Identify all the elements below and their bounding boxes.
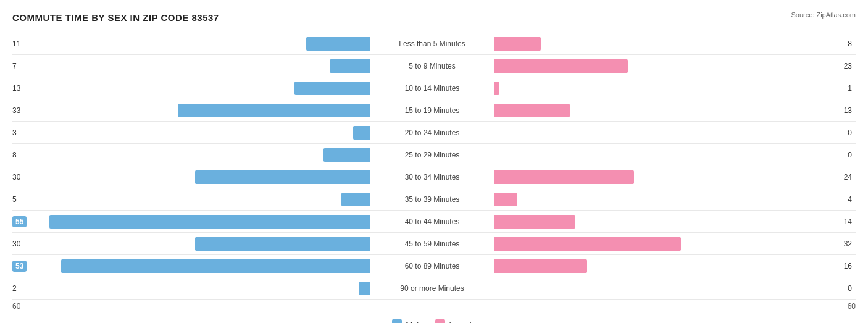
female-bar-wrap xyxy=(494,148,852,162)
row-label: 30 to 34 Minutes xyxy=(370,173,494,182)
bar-area: 3 20 to 24 Minutes 0 xyxy=(12,122,856,143)
female-value: 32 xyxy=(844,240,852,248)
female-bar-wrap xyxy=(494,170,852,184)
male-bar-wrap xyxy=(12,170,370,184)
table-row: 11 Less than 5 Minutes 8 xyxy=(12,33,856,55)
row-label: 35 to 39 Minutes xyxy=(370,195,494,204)
bar-area: 11 Less than 5 Minutes 8 xyxy=(12,33,856,54)
legend: Male Female xyxy=(12,319,856,323)
table-row: 13 10 to 14 Minutes 1 xyxy=(12,77,856,99)
male-bar-wrap xyxy=(12,104,370,117)
female-bar-wrap xyxy=(494,259,852,273)
female-bar-wrap xyxy=(494,215,852,229)
female-value: 4 xyxy=(848,195,852,204)
male-value: 30 xyxy=(12,240,20,248)
female-bar-wrap xyxy=(494,126,852,140)
chart-title: COMMUTE TIME BY SEX IN ZIP CODE 83537 xyxy=(12,12,856,23)
left-side: 55 xyxy=(12,214,370,230)
male-value: 8 xyxy=(12,151,17,159)
left-side: 30 xyxy=(12,236,370,252)
table-row: 33 15 to 19 Minutes 13 xyxy=(12,99,856,122)
table-row: 55 40 to 44 Minutes 14 xyxy=(12,211,856,233)
right-side: 1 xyxy=(494,80,852,96)
right-side: 32 xyxy=(494,236,852,252)
bar-area: 33 15 to 19 Minutes 13 xyxy=(12,99,856,121)
right-side: 0 xyxy=(494,147,852,163)
male-bar xyxy=(330,59,370,73)
female-value: 16 xyxy=(844,262,852,271)
axis-left: 60 xyxy=(12,302,49,311)
source-label: Source: ZipAtlas.com xyxy=(791,11,856,19)
right-side: 8 xyxy=(494,36,852,52)
bar-area: 7 5 to 9 Minutes 23 xyxy=(12,55,856,77)
male-value: 55 xyxy=(12,216,27,227)
male-bar-wrap xyxy=(12,148,370,162)
row-label: 15 to 19 Minutes xyxy=(370,106,494,115)
male-bar xyxy=(359,282,370,295)
male-bar-wrap xyxy=(12,237,370,251)
row-label: 90 or more Minutes xyxy=(370,284,494,293)
left-side: 7 xyxy=(12,58,370,74)
left-side: 30 xyxy=(12,169,370,185)
table-row: 7 5 to 9 Minutes 23 xyxy=(12,55,856,77)
male-bar xyxy=(178,104,370,117)
female-value: 13 xyxy=(844,106,852,115)
male-bar xyxy=(61,259,370,273)
male-value: 2 xyxy=(12,284,17,293)
right-side: 14 xyxy=(494,214,852,230)
right-side: 0 xyxy=(494,125,852,141)
bar-area: 30 45 to 59 Minutes 32 xyxy=(12,233,856,254)
legend-male: Male xyxy=(392,319,423,323)
female-bar-wrap xyxy=(494,104,852,117)
male-bar xyxy=(195,237,370,251)
bar-area: 55 40 to 44 Minutes 14 xyxy=(12,211,856,232)
left-side: 53 xyxy=(12,258,370,274)
male-bar-wrap xyxy=(12,82,370,95)
left-side: 3 xyxy=(12,125,370,141)
female-bar xyxy=(494,215,575,229)
bar-area: 5 35 to 39 Minutes 4 xyxy=(12,188,856,210)
row-label: 25 to 29 Minutes xyxy=(370,151,494,159)
female-bar xyxy=(494,193,517,206)
male-bar-wrap xyxy=(12,259,370,273)
row-label: 20 to 24 Minutes xyxy=(370,128,494,137)
table-row: 2 90 or more Minutes 0 xyxy=(12,277,856,300)
right-side: 16 xyxy=(494,258,852,274)
female-legend-box xyxy=(435,319,445,323)
right-side: 4 xyxy=(494,191,852,208)
female-bar xyxy=(494,37,541,51)
male-bar xyxy=(306,37,370,51)
female-bar xyxy=(494,104,570,117)
row-label: Less than 5 Minutes xyxy=(370,40,494,48)
female-bar xyxy=(494,237,681,251)
table-row: 5 35 to 39 Minutes 4 xyxy=(12,188,856,211)
female-value: 8 xyxy=(848,40,852,48)
male-bar-wrap xyxy=(12,126,370,140)
male-legend-box xyxy=(392,319,402,323)
table-row: 3 20 to 24 Minutes 0 xyxy=(12,122,856,144)
male-bar xyxy=(353,126,370,140)
male-bar-wrap xyxy=(12,282,370,295)
left-side: 5 xyxy=(12,191,370,208)
chart-container: COMMUTE TIME BY SEX IN ZIP CODE 83537 So… xyxy=(0,0,868,323)
left-side: 2 xyxy=(12,280,370,296)
bar-area: 30 30 to 34 Minutes 24 xyxy=(12,166,856,188)
male-bar-wrap xyxy=(12,215,370,229)
table-row: 30 30 to 34 Minutes 24 xyxy=(12,166,856,188)
male-value: 13 xyxy=(12,84,20,93)
female-bar-wrap xyxy=(494,193,852,206)
axis-right: 60 xyxy=(819,302,856,311)
row-label: 40 to 44 Minutes xyxy=(370,217,494,226)
female-bar-wrap xyxy=(494,237,852,251)
male-bar-wrap xyxy=(12,37,370,51)
chart-inner: 11 Less than 5 Minutes 8 7 5 to 9 Min xyxy=(12,33,856,300)
left-side: 8 xyxy=(12,147,370,163)
female-value: 0 xyxy=(848,284,852,293)
male-bar xyxy=(323,148,370,162)
female-value: 14 xyxy=(844,217,852,226)
table-row: 53 60 to 89 Minutes 16 xyxy=(12,255,856,277)
female-bar xyxy=(494,82,499,95)
row-label: 10 to 14 Minutes xyxy=(370,84,494,93)
bar-area: 53 60 to 89 Minutes 16 xyxy=(12,255,856,277)
male-value: 33 xyxy=(12,106,20,115)
